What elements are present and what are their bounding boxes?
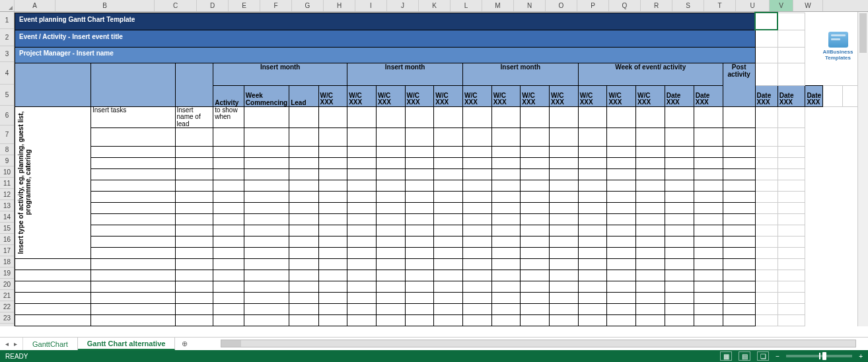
cell-V1[interactable] bbox=[755, 13, 778, 30]
row-header-11[interactable]: 11 bbox=[0, 178, 14, 189]
spreadsheet-grid[interactable]: Event planning Gantt Chart TemplateEvent… bbox=[15, 12, 868, 326]
col-header-C[interactable]: C bbox=[155, 0, 197, 11]
hdr-wc-12[interactable]: W/C XXX bbox=[636, 85, 665, 106]
hdr-activity[interactable]: Activity bbox=[213, 85, 244, 106]
row-header-8[interactable]: 8 bbox=[0, 144, 14, 155]
row-header-16[interactable]: 16 bbox=[0, 234, 14, 245]
cell-insert-lead[interactable]: Insert name of lead bbox=[175, 106, 213, 128]
zoom-out-button[interactable]: − bbox=[776, 353, 779, 360]
hdr-month-2[interactable]: Insert month bbox=[347, 63, 463, 85]
hdr-date-4[interactable]: Date XXX bbox=[778, 85, 805, 106]
col-header-K[interactable]: K bbox=[419, 0, 451, 11]
hdr-post-activity[interactable]: Post activity bbox=[723, 63, 755, 106]
tab-prev-icon[interactable]: ◂ bbox=[5, 340, 9, 347]
row-header-4[interactable]: 4 bbox=[0, 62, 14, 85]
col-header-M[interactable]: M bbox=[482, 0, 514, 11]
add-sheet-button[interactable]: ⊕ bbox=[175, 338, 194, 350]
hdr-wc-8[interactable]: W/C XXX bbox=[521, 85, 550, 106]
tab-ganttchart[interactable]: GanttChart bbox=[23, 338, 78, 350]
hdr-month-3[interactable]: Insert month bbox=[462, 63, 578, 85]
hdr-wc-5[interactable]: W/C XXX bbox=[434, 85, 463, 106]
row-header-18[interactable]: 18 bbox=[0, 256, 14, 268]
row-header-1[interactable]: 1 bbox=[0, 12, 14, 29]
row-header-22[interactable]: 22 bbox=[0, 301, 14, 312]
col-header-G[interactable]: G bbox=[292, 0, 324, 11]
hdr-wc-6[interactable]: W/C XXX bbox=[462, 85, 491, 106]
col-header-B[interactable]: B bbox=[55, 0, 155, 11]
col-header-Q[interactable]: Q bbox=[609, 0, 641, 11]
title-row-3[interactable]: Project Manager - Insert name bbox=[15, 47, 756, 63]
hdr-activity-blank[interactable] bbox=[15, 63, 91, 106]
view-normal-button[interactable]: ▦ bbox=[720, 351, 732, 361]
row-header-19[interactable]: 19 bbox=[0, 268, 14, 279]
col-header-R[interactable]: R bbox=[641, 0, 672, 11]
row-header-15[interactable]: 15 bbox=[0, 223, 14, 234]
row-header-5[interactable]: 5 bbox=[0, 85, 14, 106]
col-header-T[interactable]: T bbox=[704, 0, 736, 11]
hdr-date-1[interactable]: Date XXX bbox=[665, 85, 694, 106]
row-header-20[interactable]: 20 bbox=[0, 279, 14, 290]
cell-insert-tasks[interactable]: Insert tasks bbox=[91, 106, 176, 128]
col-header-I[interactable]: I bbox=[355, 0, 387, 11]
column-header-row: ABCDEFGHIJKLMNOPQRSTUVW bbox=[0, 0, 868, 12]
row-header-14[interactable]: 14 bbox=[0, 211, 14, 223]
tab-next-icon[interactable]: ▸ bbox=[14, 340, 17, 347]
hdr-wc-11[interactable]: W/C XXX bbox=[607, 85, 636, 106]
hdr-date-5[interactable]: Date XXX bbox=[805, 85, 823, 106]
row-header-2[interactable]: 2 bbox=[0, 29, 14, 46]
hdr-wc-10[interactable]: W/C XXX bbox=[578, 85, 607, 106]
hdr-week-blank[interactable] bbox=[91, 63, 176, 106]
col-header-A[interactable]: A bbox=[15, 0, 55, 11]
col-header-S[interactable]: S bbox=[672, 0, 704, 11]
hdr-week-commencing[interactable]: Week Commencing bbox=[244, 85, 289, 106]
view-page-layout-button[interactable]: ▤ bbox=[739, 351, 750, 361]
zoom-slider[interactable] bbox=[786, 355, 852, 357]
vertical-activity-label[interactable]: Insert type of activity, eg, planning, g… bbox=[15, 106, 91, 259]
row-header-column: 1234567891011121314151617181920212223 bbox=[0, 12, 15, 326]
row-header-13[interactable]: 13 bbox=[0, 200, 14, 211]
hdr-date-2[interactable]: Date XXX bbox=[694, 85, 723, 106]
col-header-D[interactable]: D bbox=[197, 0, 229, 11]
row-header-10[interactable]: 10 bbox=[0, 166, 14, 178]
hdr-wc-4[interactable]: W/C XXX bbox=[405, 85, 434, 106]
zoom-in-button[interactable]: + bbox=[859, 353, 863, 360]
hdr-wc-1[interactable]: W/C XXX bbox=[318, 85, 347, 106]
row-header-23[interactable]: 23 bbox=[0, 312, 14, 324]
col-header-U[interactable]: U bbox=[736, 0, 770, 11]
col-header-W[interactable]: W bbox=[793, 0, 823, 11]
row-header-6[interactable]: 6 bbox=[0, 106, 14, 126]
row-header-21[interactable]: 21 bbox=[0, 290, 14, 301]
hdr-week-of-event[interactable]: Week of event/ activity bbox=[578, 63, 723, 85]
row-header-12[interactable]: 12 bbox=[0, 189, 14, 200]
col-header-E[interactable]: E bbox=[229, 0, 260, 11]
tab-gantt-alternative[interactable]: Gantt Chart alternative bbox=[78, 338, 176, 350]
hdr-lead[interactable]: Lead bbox=[289, 85, 318, 106]
row-header-3[interactable]: 3 bbox=[0, 46, 14, 62]
col-header-P[interactable]: P bbox=[577, 0, 609, 11]
col-header-V[interactable]: V bbox=[770, 0, 793, 11]
hdr-month-1[interactable]: Insert month bbox=[213, 63, 347, 85]
title-row-2[interactable]: Event / Activity - Insert event title bbox=[15, 30, 756, 47]
col-header-O[interactable]: O bbox=[546, 0, 577, 11]
row-header-9[interactable]: 9 bbox=[0, 155, 14, 166]
col-header-F[interactable]: F bbox=[260, 0, 292, 11]
col-header-J[interactable]: J bbox=[387, 0, 419, 11]
hdr-date-3[interactable]: Date XXX bbox=[755, 85, 778, 106]
select-all-corner[interactable] bbox=[0, 0, 15, 11]
horizontal-scrollbar[interactable] bbox=[221, 340, 856, 347]
vertical-scrollbar[interactable] bbox=[857, 12, 868, 326]
hdr-wc-2[interactable]: W/C XXX bbox=[347, 85, 377, 106]
col-header-H[interactable]: H bbox=[324, 0, 355, 11]
hdr-wc-7[interactable]: W/C XXX bbox=[491, 85, 521, 106]
row-header-7[interactable]: 7 bbox=[0, 126, 14, 144]
hdr-wc-9[interactable]: W/C XXX bbox=[550, 85, 579, 106]
status-bar: READY ▦ ▤ ❏ − + bbox=[0, 350, 868, 362]
col-header-L[interactable]: L bbox=[451, 0, 482, 11]
hdr-wc-3[interactable]: W/C XXX bbox=[376, 85, 405, 106]
row-header-17[interactable]: 17 bbox=[0, 245, 14, 256]
view-page-break-button[interactable]: ❏ bbox=[757, 351, 769, 361]
hdr-lead-blank[interactable] bbox=[175, 63, 213, 106]
title-row-1[interactable]: Event planning Gantt Chart Template bbox=[15, 13, 756, 30]
cell-show-when[interactable]: to show when bbox=[213, 106, 244, 128]
col-header-N[interactable]: N bbox=[514, 0, 546, 11]
